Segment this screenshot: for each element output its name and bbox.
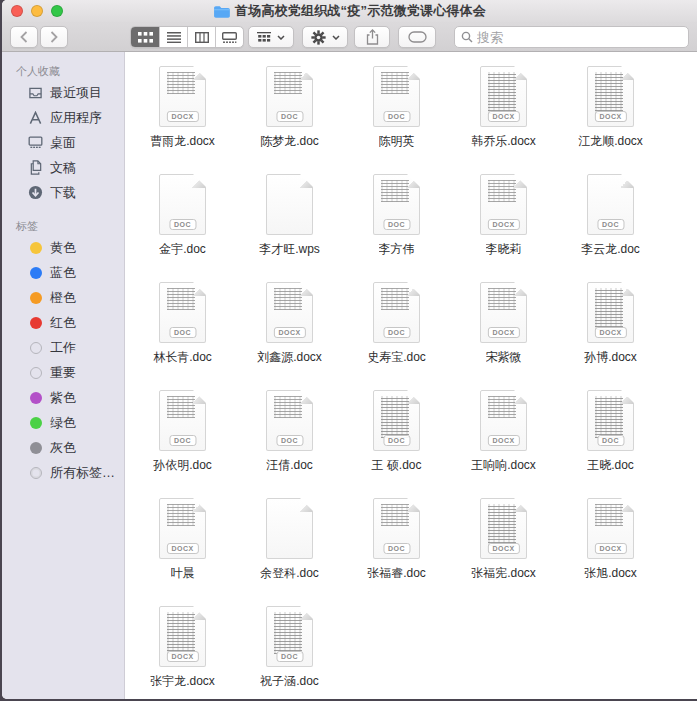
document-text-preview [167,288,195,310]
document-page-icon: DOC [266,390,313,451]
file-item[interactable]: DOC 李方伟 [343,174,450,282]
document-text-preview [381,504,409,526]
file-item[interactable]: DOCX 李晓莉 [450,174,557,282]
document-text-preview [488,288,516,310]
file-item[interactable]: DOCX 江龙顺.docx [557,66,664,174]
sidebar-item-documents[interactable]: 文稿 [2,155,124,180]
document-text-preview [381,72,409,94]
tag-button[interactable] [398,26,436,48]
page-fold-corner [299,175,312,188]
tag-color-dot-all-tags [30,467,42,479]
file-item[interactable]: DOC 汪倩.doc [236,390,343,498]
page-fold-corner [406,499,419,512]
close-button[interactable] [11,5,23,17]
file-item[interactable]: DOCX 宋紫微 [450,282,557,390]
sidebar-section-header: 个人收藏 [2,60,124,80]
sidebar-item-red[interactable]: 红色 [2,310,124,335]
file-item[interactable]: 李才旺.wps [236,174,343,282]
sidebar-item-label: 所有标签… [50,464,115,482]
tag-color-dot-red [30,317,42,329]
icon-view-button[interactable] [131,27,159,47]
group-by-button[interactable] [248,26,294,48]
titlebar: 首场高校党组织战“疫”示范微党课心得体会 [2,0,697,22]
document-text-preview [274,612,302,654]
file-item[interactable]: DOC 陈明英 [343,66,450,174]
file-label: 金宇.doc [159,241,206,258]
file-item[interactable]: DOCX 张福宪.docx [450,498,557,606]
file-item[interactable]: DOC 陈梦龙.doc [236,66,343,174]
file-type-badge: DOC [383,111,410,122]
sidebar-item-green[interactable]: 绿色 [2,410,124,435]
file-item[interactable]: DOCX 刘鑫源.docx [236,282,343,390]
file-type-badge: DOC [597,219,624,230]
file-item[interactable]: DOC 祝子涵.doc [236,606,343,699]
sidebar-section-header: 标签 [2,215,124,235]
forward-button[interactable] [40,26,68,48]
gallery-view-button[interactable] [215,27,243,47]
list-view-button[interactable] [159,27,187,47]
file-item[interactable]: DOCX 孙博.docx [557,282,664,390]
document-page-icon: DOCX [480,498,527,559]
file-type-badge: DOC [276,435,303,446]
tag-color-dot-gray [30,442,42,454]
file-item[interactable]: DOC 王 硕.doc [343,390,450,498]
page-fold-corner [620,391,633,404]
file-item[interactable]: DOC 孙依明.doc [129,390,236,498]
file-item[interactable]: DOC 张福睿.doc [343,498,450,606]
file-item[interactable]: DOC 李云龙.doc [557,174,664,282]
search-field[interactable] [454,26,689,48]
sidebar-item-orange[interactable]: 橙色 [2,285,124,310]
sidebar-item-label: 下载 [50,184,76,202]
page-fold-corner [513,67,526,80]
search-input[interactable] [477,30,682,45]
file-label: 韩乔乐.docx [471,133,536,150]
file-item[interactable]: DOC 金宇.doc [129,174,236,282]
sidebar-item-gray[interactable]: 灰色 [2,435,124,460]
desktop-icon [28,135,43,150]
zoom-button[interactable] [51,5,63,17]
file-item[interactable]: DOCX 张旭.docx [557,498,664,606]
file-item[interactable]: DOCX 韩乔乐.docx [450,66,557,174]
file-label: 刘鑫源.docx [257,349,322,366]
sidebar-sections: 个人收藏 最近项目 应用程序 桌面 文稿 下载 标签 黄色 蓝色 橙色 红色 工… [2,60,124,485]
file-item[interactable]: DOC 林长青.doc [129,282,236,390]
sidebar-item-downloads[interactable]: 下载 [2,180,124,205]
file-item[interactable]: DOC 王晓.doc [557,390,664,498]
file-label: 林长青.doc [153,349,212,366]
chevron-down-icon [277,35,285,40]
sidebar-item-blue[interactable]: 蓝色 [2,260,124,285]
file-item[interactable]: DOCX 叶晨 [129,498,236,606]
document-page-icon: DOC [373,390,420,451]
document-page-icon [266,174,313,235]
tag-color-dot-yellow [30,242,42,254]
document-text-preview [488,72,516,114]
sidebar-item-recents[interactable]: 最近项目 [2,80,124,105]
sidebar-item-desktop[interactable]: 桌面 [2,130,124,155]
back-button[interactable] [10,26,38,48]
file-item[interactable]: DOCX 曹雨龙.docx [129,66,236,174]
sidebar-item-yellow[interactable]: 黄色 [2,235,124,260]
sidebar-item-applications[interactable]: 应用程序 [2,105,124,130]
action-menu-button[interactable] [302,26,348,48]
document-page-icon: DOC [159,390,206,451]
finder-window: 首场高校党组织战“疫”示范微党课心得体会 [2,0,697,699]
file-item[interactable]: DOC 史寿宝.doc [343,282,450,390]
file-label: 王响响.docx [471,457,536,474]
sidebar-item-all-tags[interactable]: 所有标签… [2,460,124,485]
column-view-button[interactable] [187,27,215,47]
file-item[interactable]: DOCX 王响响.docx [450,390,557,498]
sidebar-item-important[interactable]: 重要 [2,360,124,385]
file-type-badge: DOCX [594,327,626,338]
document-text-preview [595,504,623,526]
file-item[interactable]: DOCX 张宇龙.docx [129,606,236,699]
share-button[interactable] [354,26,390,48]
file-label: 汪倩.doc [266,457,313,474]
file-item[interactable]: 余登科.doc [236,498,343,606]
sidebar-item-purple[interactable]: 紫色 [2,385,124,410]
file-label: 叶晨 [171,565,195,582]
sidebar-item-label: 灰色 [50,439,76,457]
sidebar-item-work[interactable]: 工作 [2,335,124,360]
file-type-badge: DOCX [487,219,519,230]
minimize-button[interactable] [31,5,43,17]
file-type-badge: DOCX [487,543,519,554]
